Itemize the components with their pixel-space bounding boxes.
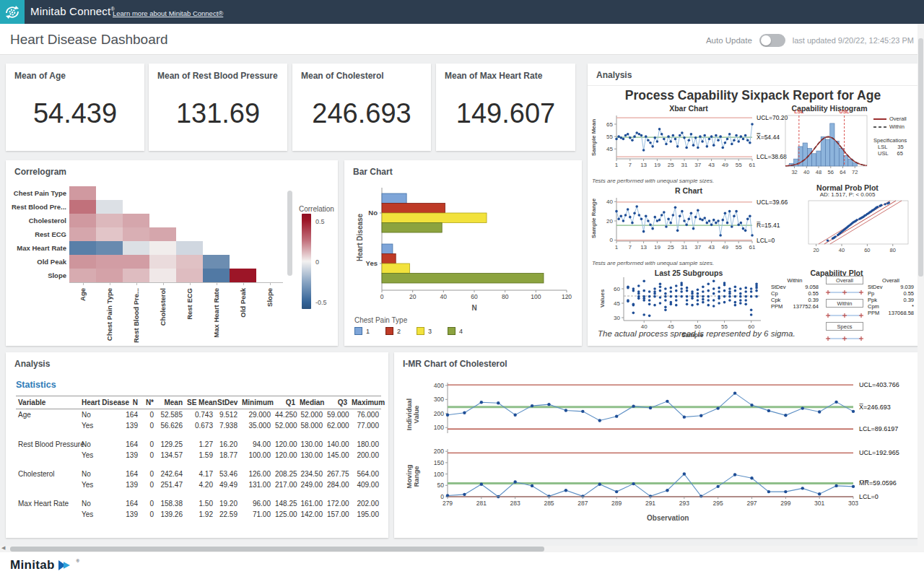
minitab-footer-logo: Minitab ®: [10, 558, 79, 573]
table-cell: 202.00: [349, 498, 381, 509]
table-header-cell: Heart Disease: [79, 396, 123, 409]
heatmap-cell: [123, 241, 149, 255]
capability-stat-row: StDev9.039: [868, 284, 914, 290]
svg-text:291: 291: [645, 500, 655, 507]
table-cell: 76.000: [349, 409, 381, 421]
heatmap-cell: [176, 255, 203, 269]
heatmap-cell: [123, 214, 149, 227]
card-mean-of-max-heart-rate: Mean of Max Heart Rate 149.607: [436, 64, 575, 151]
table-cell: 140.00: [325, 439, 349, 450]
auto-update-toggle[interactable]: [759, 34, 785, 47]
heatmap-row-label: Chest Pain Type: [6, 189, 66, 197]
svg-text:43: 43: [708, 162, 715, 168]
heatmap-row-label: Old Peak: [6, 258, 66, 266]
svg-text:55: 55: [736, 162, 742, 168]
heatmap-cell: [69, 186, 96, 200]
capability-box-overall: Overall: [826, 276, 863, 284]
table-cell: 125.00: [273, 509, 297, 520]
legend-swatch: [448, 327, 456, 335]
heatmap-cell: [96, 269, 123, 282]
heatmap-cell: [69, 227, 96, 241]
capability-stat-row: Pp0.55: [868, 290, 914, 297]
vertical-scrollbar[interactable]: [918, 24, 924, 546]
svg-text:56: 56: [828, 169, 834, 175]
kpi-value: 131.69: [149, 98, 287, 129]
footer: Minitab ®: [0, 552, 924, 579]
table-cell: 52.000: [297, 409, 325, 421]
svg-text:297: 297: [746, 500, 757, 507]
panel-title: Analysis: [596, 70, 632, 80]
heatmap-column-label: Chest Pain Type: [105, 288, 114, 354]
table-cell: 217.00: [273, 479, 297, 490]
overall-line-sample: [873, 117, 886, 121]
card-mean-of-cholesterol: Mean of Cholesterol 246.693: [292, 64, 431, 151]
within-line-sample: [873, 125, 886, 129]
footer-registered-mark: ®: [77, 559, 79, 563]
card-imr-chart: I-MR Chart of Cholesterol Individual Val…: [394, 352, 918, 538]
svg-text:X̅=246.693: X̅=246.693: [859, 404, 891, 411]
table-cell: 234.50: [297, 469, 325, 479]
svg-text:N: N: [471, 304, 476, 312]
heatmap-axis-tick: [110, 282, 110, 285]
heatmap-axis-tick: [270, 282, 271, 285]
panel-title: Bar Chart: [353, 167, 393, 177]
legend-tick-low: -0.5: [315, 299, 327, 306]
table-cell: 284.00: [325, 479, 349, 490]
capability-stat-row: PPM137068.58: [868, 310, 914, 316]
scroll-left-arrow[interactable]: ◀: [1, 545, 5, 551]
table-cell: 59.000: [325, 409, 349, 421]
table-header-cell: N*: [140, 396, 156, 409]
svg-text:293: 293: [679, 500, 689, 507]
heatmap-cell: [230, 269, 256, 282]
table-cell: 130.00: [297, 439, 325, 450]
table-cell: No: [79, 439, 123, 450]
heatmap-axis-tick: [83, 282, 84, 285]
capability-stat-row: Cp0.55: [771, 290, 819, 297]
table-cell: 564.00: [349, 469, 381, 479]
heatmap-column-label: Cholesterol: [159, 288, 167, 354]
legend-swatch: [385, 327, 393, 335]
table-cell: 164: [123, 498, 140, 509]
heatmap-column-label: Old Peak: [239, 288, 248, 354]
table-cell: 208.25: [273, 469, 297, 479]
svg-text:37: 37: [694, 162, 701, 168]
legend-overall-label: Overall: [889, 116, 907, 122]
svg-text:100: 100: [434, 471, 444, 478]
table-row: Yes1390251.474.2049.49131.00217.00249.00…: [16, 479, 381, 490]
heatmap-scrollbar[interactable]: [287, 191, 292, 276]
svg-text:R̅=15.41: R̅=15.41: [757, 222, 780, 229]
table-spacer-row: [16, 431, 381, 439]
capability-box-within: Within: [826, 299, 863, 308]
table-cell: 0.673: [185, 420, 215, 431]
learn-more-link[interactable]: Learn more about Minitab Connect®: [113, 9, 223, 17]
table-cell: 35.000: [240, 420, 273, 431]
table-cell: [16, 509, 79, 520]
heatmap-cell: [123, 255, 149, 269]
svg-text:20: 20: [813, 247, 819, 253]
svg-text:25: 25: [668, 162, 674, 168]
lsl-value: 35: [897, 144, 903, 150]
heatmap-row-label: Max Heart Rate: [6, 244, 66, 252]
svg-text:60: 60: [614, 286, 620, 292]
table-cell: 49.49: [215, 479, 240, 490]
heatmap-row-label: Rest Blood Pre...: [6, 203, 66, 211]
table-cell: 157.00: [325, 509, 349, 520]
table-header-cell: Q1: [273, 396, 297, 409]
card-mean-of-rest-blood-pressure: Mean of Rest Blood Pressure 131.69: [149, 64, 287, 151]
svg-text:UCL=403.766: UCL=403.766: [859, 381, 899, 388]
sync-gear-icon: [4, 4, 21, 21]
heatmap-x-axis: [69, 282, 283, 283]
svg-text:150: 150: [434, 459, 444, 466]
svg-text:13: 13: [640, 244, 647, 251]
horizontal-scrollbar[interactable]: ◀: [0, 546, 924, 552]
legend-swatch: [354, 327, 362, 335]
vertical-scroll-thumb[interactable]: [918, 38, 923, 277]
table-cell: 77.000: [349, 420, 381, 431]
table-cell: No: [79, 498, 123, 509]
horizontal-scroll-thumb[interactable]: [10, 547, 544, 552]
kpi-title: Mean of Age: [14, 71, 66, 81]
svg-text:400: 400: [434, 382, 444, 389]
heatmap-cell: [96, 241, 123, 255]
table-cell: Yes: [79, 479, 123, 490]
capability-within-stats: Within StDev9.058Cp0.55Cpk0.39PPM137752.…: [771, 277, 819, 310]
